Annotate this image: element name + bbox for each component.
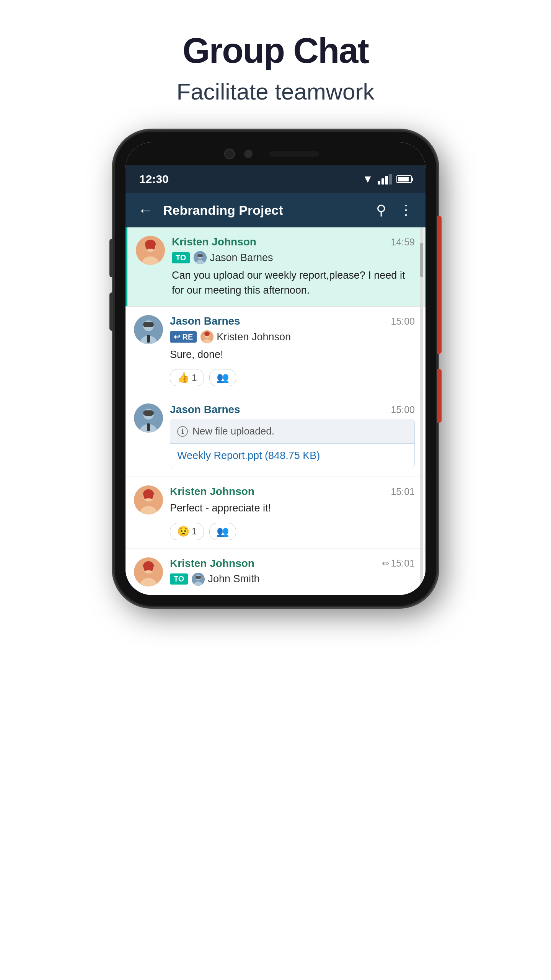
svg-point-21: [204, 332, 210, 336]
message-time-4: 15:01: [391, 486, 415, 497]
edit-icon: ✏: [382, 559, 389, 568]
battery-icon: [396, 175, 412, 183]
status-time: 12:30: [139, 173, 169, 186]
sender-name-3: Jason Barnes: [170, 403, 240, 416]
avatar-jason: [134, 315, 163, 344]
pin-button[interactable]: ⚲: [373, 201, 389, 220]
message-time-5: ✏15:01: [382, 558, 415, 569]
message-content-3: Jason Barnes 15:00 ℹ New file uploaded. …: [170, 403, 415, 468]
file-info-bar: ℹ New file uploaded.: [170, 419, 414, 444]
add-reaction-button-2[interactable]: 👥: [209, 523, 236, 540]
status-bar: 12:30 ▼: [126, 165, 425, 193]
svg-rect-26: [143, 410, 154, 416]
svg-point-6: [152, 242, 155, 250]
message-content-5: Kristen Johnson ✏15:01 TO: [170, 557, 415, 586]
sender-name: Kristen Johnson: [172, 236, 256, 248]
phone-wrapper: 12:30 ▼: [115, 132, 436, 606]
phone-frame: 12:30 ▼: [115, 132, 436, 606]
scrollbar-track[interactable]: [420, 227, 423, 595]
svg-rect-46: [196, 576, 201, 579]
avatar-kristen-2: [134, 485, 163, 514]
message-item-5: Kristen Johnson ✏15:01 TO: [126, 549, 425, 595]
file-upload-box: ℹ New file uploaded. Weekly Report.ppt (…: [170, 419, 415, 468]
reactions-4: 😟 1 👥: [170, 523, 415, 540]
message-text-2: Sure, done!: [170, 347, 415, 362]
mention-name: Jason Barnes: [210, 252, 273, 264]
status-icons: ▼: [362, 173, 412, 185]
avatar: [136, 236, 165, 265]
phone-notch: [126, 142, 425, 165]
scrollbar-thumb[interactable]: [420, 243, 423, 277]
re-badge: ↩ RE: [170, 331, 197, 343]
sad-count: 1: [192, 526, 197, 537]
back-button[interactable]: ←: [135, 201, 156, 219]
info-icon: ℹ: [177, 426, 188, 437]
svg-rect-11: [197, 254, 203, 257]
signal-icon: [378, 174, 392, 185]
svg-rect-27: [147, 423, 150, 431]
camera-main: [224, 149, 235, 159]
reaction-count: 1: [192, 372, 197, 383]
to-badge: TO: [172, 252, 190, 263]
sender-name-2: Jason Barnes: [170, 315, 240, 327]
avatar-jason-2: [134, 403, 163, 433]
message-time: 14:59: [391, 237, 415, 248]
mention-name-5: John Smith: [208, 573, 259, 585]
reactions-2: 👍 1 👥: [170, 369, 415, 386]
add-reaction-button[interactable]: 👥: [209, 369, 236, 386]
wifi-icon: ▼: [362, 173, 373, 185]
svg-point-40: [143, 564, 147, 571]
page-title: Group Chat: [177, 31, 375, 71]
message-time-3: 15:00: [391, 404, 415, 415]
svg-rect-16: [143, 322, 154, 327]
sender-name-4: Kristen Johnson: [170, 485, 254, 498]
message-item-3: Jason Barnes 15:00 ℹ New file uploaded. …: [126, 395, 425, 477]
svg-point-33: [143, 492, 147, 499]
file-link[interactable]: Weekly Report.ppt (848.75 KB): [170, 444, 414, 468]
page-subtitle: Facilitate teamwork: [177, 78, 375, 105]
sad-reaction[interactable]: 😟 1: [170, 523, 204, 540]
svg-point-41: [150, 564, 153, 571]
message-item-2: Jason Barnes 15:00 ↩ RE: [126, 307, 425, 395]
phone-screen: 12:30 ▼: [126, 142, 425, 595]
message-text-4: Perfect - appreciate it!: [170, 501, 415, 516]
chat-area[interactable]: Kristen Johnson 14:59 TO: [126, 227, 425, 595]
file-info-text: New file uploaded.: [192, 425, 274, 437]
message-time-2: 15:00: [391, 316, 415, 327]
app-bar: ← Rebranding Project ⚲ ⋮: [126, 193, 425, 227]
message-content: Kristen Johnson 14:59 TO: [172, 236, 415, 298]
message-item: Kristen Johnson 14:59 TO: [126, 227, 425, 306]
page-header: Group Chat Facilitate teamwork: [177, 0, 375, 120]
message-item-4: Kristen Johnson 15:01 Perfect - apprecia…: [126, 477, 425, 548]
message-content-2: Jason Barnes 15:00 ↩ RE: [170, 315, 415, 386]
message-text: Can you upload our weekly report,please?…: [172, 268, 415, 298]
sender-name-5: Kristen Johnson: [170, 557, 254, 570]
more-options-button[interactable]: ⋮: [396, 201, 416, 220]
speaker-grille: [269, 151, 319, 157]
page-container: Group Chat Facilitate teamwork: [0, 0, 551, 980]
app-bar-title: Rebranding Project: [163, 203, 366, 218]
to-badge-2: TO: [170, 573, 188, 585]
mention-name-2: Kristen Johnson: [217, 331, 291, 343]
message-content-4: Kristen Johnson 15:01 Perfect - apprecia…: [170, 485, 415, 540]
camera-secondary: [244, 150, 253, 158]
svg-point-34: [150, 492, 153, 499]
svg-rect-17: [147, 335, 150, 343]
thumbs-up-reaction[interactable]: 👍 1: [170, 369, 204, 386]
svg-point-5: [145, 242, 149, 250]
avatar-kristen-3: [134, 557, 163, 586]
